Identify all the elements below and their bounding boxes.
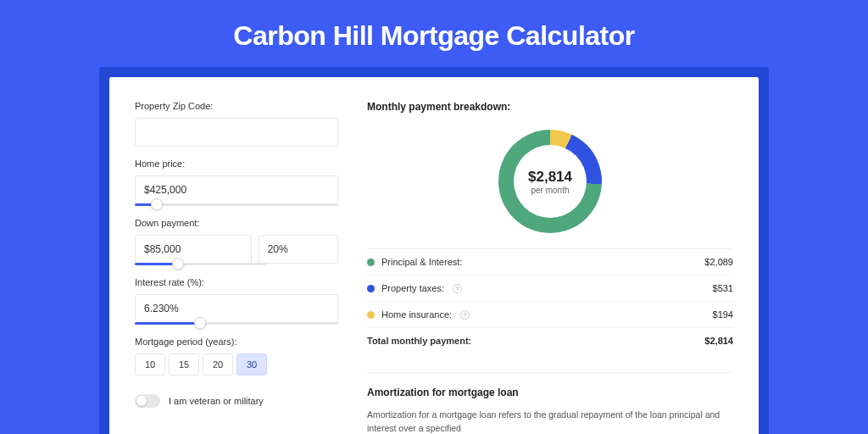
legend-value: $531 <box>713 283 733 293</box>
period-field: Mortgage period (years): 10 15 20 30 <box>135 337 338 376</box>
legend-value: $194 <box>713 309 733 320</box>
breakdown-title: Monthly payment breakdown: <box>367 101 733 113</box>
legend-label: Principal & Interest: <box>381 257 462 267</box>
dot-icon <box>367 311 375 319</box>
down-field: Down payment: <box>135 218 338 265</box>
dot-icon <box>367 259 375 266</box>
price-label: Home price: <box>135 159 338 169</box>
donut-chart: $2,814 per month <box>498 130 602 233</box>
period-btn-15[interactable]: 15 <box>169 353 199 376</box>
legend-row-insurance: Home insurance: ? $194 <box>367 302 733 328</box>
total-value: $2,814 <box>704 336 733 346</box>
card-shadow: Property Zip Code: Home price: Down paym… <box>99 67 769 434</box>
period-label: Mortgage period (years): <box>135 337 338 347</box>
legend-label: Property taxes: <box>381 283 444 293</box>
donut-amount: $2,814 <box>528 169 572 186</box>
amort-title: Amortization for mortgage loan <box>367 387 733 398</box>
rate-slider-thumb[interactable] <box>194 317 206 329</box>
down-amount-input[interactable] <box>135 235 252 264</box>
amort-text: Amortization for a mortgage loan refers … <box>367 409 733 434</box>
breakdown-panel: Monthly payment breakdown: $2,814 per mo… <box>367 101 733 434</box>
veteran-label: I am veteran or military <box>169 396 264 406</box>
down-label: Down payment: <box>135 218 338 228</box>
down-pct-input[interactable] <box>259 235 338 264</box>
legend-row-total: Total monthly payment: $2,814 <box>367 328 733 353</box>
zip-label: Property Zip Code: <box>135 101 338 111</box>
rate-field: Interest rate (%): <box>135 277 338 325</box>
veteran-row: I am veteran or military <box>135 394 338 408</box>
donut-chart-wrap: $2,814 per month <box>367 118 733 248</box>
zip-field: Property Zip Code: <box>135 101 338 147</box>
veteran-toggle[interactable] <box>135 394 160 408</box>
form-panel: Property Zip Code: Home price: Down paym… <box>135 101 338 434</box>
donut-center: $2,814 per month <box>514 145 587 218</box>
total-label: Total monthly payment: <box>367 336 471 346</box>
legend-row-principal: Principal & Interest: $2,089 <box>367 249 733 275</box>
rate-label: Interest rate (%): <box>135 277 338 287</box>
price-slider[interactable] <box>135 203 338 206</box>
period-btn-20[interactable]: 20 <box>203 353 233 376</box>
rate-slider[interactable] <box>135 322 338 325</box>
period-btn-10[interactable]: 10 <box>135 353 165 376</box>
dot-icon <box>367 285 375 292</box>
down-slider-thumb[interactable] <box>172 258 184 270</box>
zip-input[interactable] <box>135 118 338 147</box>
help-icon[interactable]: ? <box>460 310 470 320</box>
page-title: Carbon Hill Mortgage Calculator <box>0 0 868 67</box>
price-input[interactable] <box>135 175 338 204</box>
down-slider[interactable] <box>135 263 267 265</box>
price-slider-thumb[interactable] <box>151 198 163 210</box>
legend-label: Home insurance: <box>381 309 452 320</box>
legend-row-taxes: Property taxes: ? $531 <box>367 275 733 302</box>
amortization-section: Amortization for mortgage loan Amortizat… <box>367 372 733 434</box>
legend-value: $2,089 <box>704 257 733 267</box>
calculator-card: Property Zip Code: Home price: Down paym… <box>109 77 759 434</box>
donut-sub: per month <box>531 186 569 195</box>
legend: Principal & Interest: $2,089 Property ta… <box>367 248 733 353</box>
help-icon[interactable]: ? <box>453 284 462 293</box>
period-buttons: 10 15 20 30 <box>135 353 338 376</box>
rate-input[interactable] <box>135 294 338 323</box>
period-btn-30[interactable]: 30 <box>236 353 267 376</box>
price-field: Home price: <box>135 159 338 206</box>
